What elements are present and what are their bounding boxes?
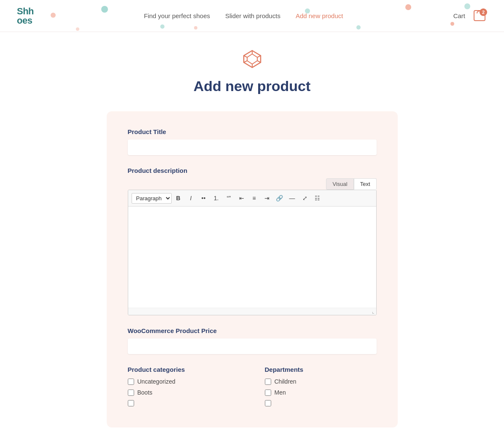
cart-badge-button[interactable]: 2 [472, 8, 487, 24]
departments-section: Departments Children Men [265, 366, 377, 411]
categories-section: Product categories Uncategorized Boots [128, 366, 240, 411]
category-boots-label: Boots [137, 389, 153, 396]
checkbox-more-department[interactable] [265, 400, 271, 406]
toolbar-expand-button[interactable]: ⤢ [299, 193, 311, 204]
department-children: Children [265, 378, 377, 385]
decor-dot [405, 4, 411, 10]
page-icon [242, 49, 262, 73]
toolbar-format-select[interactable]: Paragraph [132, 193, 172, 204]
checkbox-boots[interactable] [128, 390, 134, 396]
checkbox-more-category[interactable] [128, 400, 134, 406]
product-description-group: Product description Visual Text Paragrap… [128, 167, 377, 315]
main-content: Add new product Product Title Product de… [0, 32, 504, 438]
toolbar-align-left-button[interactable]: ⇤ [236, 193, 248, 204]
toolbar-ol-button[interactable]: 1. [210, 193, 222, 204]
cart-count: 2 [480, 8, 487, 16]
checkbox-children[interactable] [265, 379, 271, 385]
main-nav: Find your perfect shoes Slider with prod… [144, 12, 343, 19]
nav-add-product[interactable]: Add new product [296, 12, 343, 19]
decor-dot [101, 6, 108, 13]
product-title-group: Product Title [128, 128, 377, 155]
decor-dot [356, 25, 361, 30]
decor-dot [194, 26, 197, 30]
category-uncategorized: Uncategorized [128, 378, 240, 385]
category-boots: Boots [128, 389, 240, 396]
product-icon-svg [242, 49, 262, 69]
tab-visual[interactable]: Visual [326, 178, 353, 190]
toolbar-italic-button[interactable]: I [185, 193, 197, 204]
logo-line2: oes [17, 16, 34, 25]
editor-content-area[interactable] [128, 207, 376, 308]
editor-toolbar: Paragraph B I •• 1. “” ⇤ ≡ ⇥ 🔗 ― ⤢ ☷ [128, 190, 376, 207]
product-title-input[interactable] [128, 140, 377, 155]
svg-marker-2 [247, 54, 257, 64]
nav-slider[interactable]: Slider with products [225, 12, 280, 19]
cart-link-text[interactable]: Cart [453, 12, 465, 19]
product-price-group: WooCommerce Product Price [128, 327, 377, 354]
site-header: Shh oes Find your perfect shoes Slider w… [0, 0, 504, 32]
editor-tabs: Visual Text [128, 178, 377, 190]
logo-line1: Shh [17, 7, 34, 16]
product-price-label: WooCommerce Product Price [128, 327, 377, 334]
toolbar-bold-button[interactable]: B [172, 193, 184, 204]
departments-title: Departments [265, 366, 377, 373]
tab-text[interactable]: Text [354, 178, 377, 190]
header-right: Cart 2 [453, 8, 487, 24]
toolbar-align-center-button[interactable]: ≡ [248, 193, 260, 204]
checkbox-men[interactable] [265, 390, 271, 396]
toolbar-align-right-button[interactable]: ⇥ [261, 193, 273, 204]
department-men-label: Men [275, 389, 286, 396]
decor-dot [51, 13, 56, 18]
department-more [265, 400, 377, 406]
product-title-label: Product Title [128, 128, 377, 135]
editor-wrapper: Paragraph B I •• 1. “” ⇤ ≡ ⇥ 🔗 ― ⤢ ☷ [128, 190, 377, 315]
toolbar-ul-button[interactable]: •• [198, 193, 210, 204]
product-price-input[interactable] [128, 339, 377, 354]
decor-dot [76, 27, 79, 31]
editor-resize-bar: ⌞ [128, 308, 376, 315]
department-men: Men [265, 389, 377, 396]
category-uncategorized-label: Uncategorized [137, 378, 175, 385]
categories-departments-section: Product categories Uncategorized Boots D… [128, 366, 377, 411]
toolbar-table-button[interactable]: ☷ [312, 193, 323, 204]
form-card: Product Title Product description Visual… [107, 111, 398, 427]
site-logo[interactable]: Shh oes [17, 7, 34, 25]
decor-dot [160, 24, 164, 29]
toolbar-quote-button[interactable]: “” [223, 193, 235, 204]
categories-title: Product categories [128, 366, 240, 373]
product-description-label: Product description [128, 167, 377, 174]
page-title: Add new product [194, 78, 311, 94]
category-more [128, 400, 240, 406]
nav-find-shoes[interactable]: Find your perfect shoes [144, 12, 210, 19]
resize-handle[interactable]: ⌞ [372, 309, 375, 314]
toolbar-link-button[interactable]: 🔗 [274, 193, 286, 204]
checkbox-uncategorized[interactable] [128, 379, 134, 385]
toolbar-hr-button[interactable]: ― [286, 193, 298, 204]
department-children-label: Children [275, 378, 296, 385]
